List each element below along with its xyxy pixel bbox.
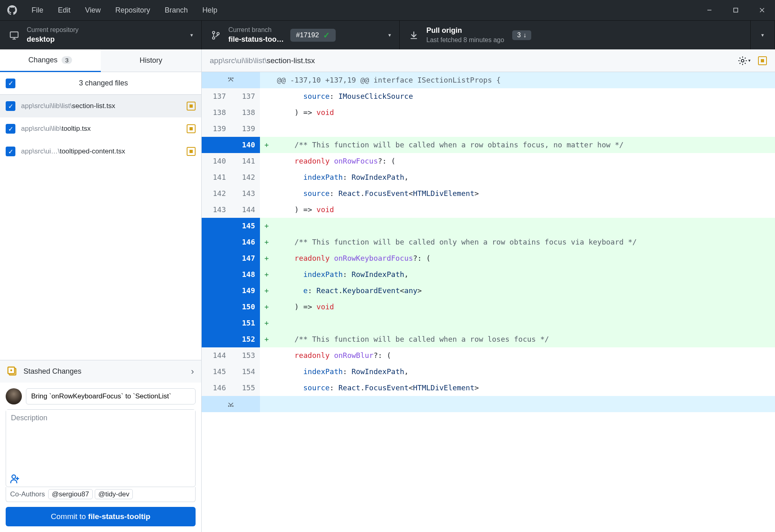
commit-description-input[interactable] xyxy=(6,410,195,470)
file-status-icon xyxy=(758,56,767,65)
menu-branch[interactable]: Branch xyxy=(158,0,195,20)
diff-line[interactable]: 146155 source: React.FocusEvent<HTMLDivE… xyxy=(202,380,775,396)
download-icon xyxy=(409,31,419,40)
coauthors-field[interactable]: Co-Authors @sergiou87 @tidy-dev xyxy=(6,487,196,502)
branch-selector[interactable]: Current branch file-status-too… #17192 ✓… xyxy=(202,21,400,49)
commit-summary-input[interactable] xyxy=(26,388,196,404)
file-row[interactable]: ✓app\src\ui\lib\list\section-list.tsx xyxy=(0,95,201,117)
pull-button[interactable]: Pull origin Last fetched 8 minutes ago 3… xyxy=(400,21,751,49)
pull-sub: Last fetched 8 minutes ago xyxy=(426,36,504,45)
svg-point-20 xyxy=(232,406,233,406)
diff-line[interactable]: 137137 source: IMouseClickSource xyxy=(202,88,775,104)
diff-settings-button[interactable]: ▾ xyxy=(738,56,751,66)
pull-label: Pull origin xyxy=(426,26,504,36)
expand-hunk-button[interactable] xyxy=(202,72,260,88)
pr-number: #17192 xyxy=(296,31,319,39)
diff-line[interactable]: 152+ /** This function will be called wh… xyxy=(202,331,775,347)
branch-name: file-status-too… xyxy=(228,34,284,45)
stash-icon xyxy=(7,366,18,377)
repository-selector[interactable]: Current repository desktop ▾ xyxy=(0,21,202,49)
git-branch-icon xyxy=(211,31,221,40)
file-row[interactable]: ✓app\src\ui\lib\tooltip.tsx xyxy=(0,117,201,140)
diff-line[interactable]: 145154 indexPath: RowIndexPath, xyxy=(202,364,775,380)
svg-rect-4 xyxy=(10,32,18,37)
diff-line[interactable]: 144153 readonly onRowBlur?: ( xyxy=(202,347,775,364)
changes-header: ✓ 3 changed files xyxy=(0,72,201,95)
close-button[interactable] xyxy=(749,0,775,20)
svg-point-15 xyxy=(228,78,229,79)
chevron-down-icon: ▾ xyxy=(190,32,193,38)
modified-icon xyxy=(187,102,196,111)
commit-button[interactable]: Commit to file-status-tooltip xyxy=(6,507,196,526)
menu-file[interactable]: File xyxy=(24,0,51,20)
diff-line[interactable]: 149+ e: React.KeyboardEvent<any> xyxy=(202,283,775,299)
file-checkbox[interactable]: ✓ xyxy=(6,101,15,111)
svg-point-19 xyxy=(230,406,231,406)
coauthor-chip[interactable]: @tidy-dev xyxy=(95,489,133,499)
chevron-down-icon: ▾ xyxy=(388,32,391,38)
tab-history[interactable]: History xyxy=(101,49,202,72)
diff-line[interactable]: 139139 xyxy=(202,121,775,137)
diff-line[interactable]: 142143 source: React.FocusEvent<HTMLDivE… xyxy=(202,185,775,202)
branch-label: Current branch xyxy=(228,26,284,34)
changes-count-badge: 3 xyxy=(62,56,72,64)
diff-line[interactable]: 143144 ) => void xyxy=(202,202,775,218)
coauthor-chip[interactable]: @sergiou87 xyxy=(48,489,93,499)
toolbar-more-button[interactable]: ▾ xyxy=(751,21,775,49)
diff-line[interactable]: 140+ /** This function will be called wh… xyxy=(202,137,775,153)
menu-help[interactable]: Help xyxy=(195,0,225,20)
diff-line[interactable]: 138138 ) => void xyxy=(202,104,775,121)
diff-line[interactable]: 147+ readonly onRowKeyboardFocus?: ( xyxy=(202,250,775,266)
avatar xyxy=(6,388,22,404)
repo-name: desktop xyxy=(27,34,79,45)
menu-repository[interactable]: Repository xyxy=(108,0,158,20)
ci-pass-icon: ✓ xyxy=(323,30,330,40)
diff-line[interactable]: 146+ /** This function will be called on… xyxy=(202,234,775,250)
expand-hunk-button[interactable] xyxy=(202,396,260,412)
diff-line[interactable]: 141142 indexPath: RowIndexPath, xyxy=(202,169,775,185)
svg-rect-1 xyxy=(734,8,738,12)
pull-count-badge: 3 ↓ xyxy=(512,30,531,40)
svg-point-12 xyxy=(10,369,12,371)
file-row[interactable]: ✓app\src\ui…\tooltipped-content.tsx xyxy=(0,140,201,163)
tab-changes[interactable]: Changes 3 xyxy=(0,49,101,72)
diff-file-header: app\src\ui\lib\list\section-list.tsx ▾ xyxy=(202,49,775,72)
svg-point-17 xyxy=(232,78,233,79)
app-logo xyxy=(0,5,24,15)
svg-point-13 xyxy=(12,475,16,479)
menu-view[interactable]: View xyxy=(78,0,108,20)
diff-line[interactable]: 151+ xyxy=(202,315,775,331)
chevron-down-icon: ▾ xyxy=(761,32,764,38)
diff-line[interactable]: 148+ indexPath: RowIndexPath, xyxy=(202,266,775,283)
desktop-icon xyxy=(9,31,19,40)
minimize-button[interactable] xyxy=(696,0,722,20)
diff-line[interactable]: 145+ xyxy=(202,218,775,234)
diff-line[interactable]: 140141 readonly onRowFocus?: ( xyxy=(202,153,775,169)
repo-label: Current repository xyxy=(27,26,79,34)
diff-line[interactable]: 150+ ) => void xyxy=(202,299,775,315)
file-list: ✓app\src\ui\lib\list\section-list.tsx✓ap… xyxy=(0,95,201,163)
file-checkbox[interactable]: ✓ xyxy=(6,124,15,134)
menu-bar: FileEditViewRepositoryBranchHelp xyxy=(24,0,225,20)
stashed-changes-row[interactable]: Stashed Changes › xyxy=(0,360,201,383)
svg-point-18 xyxy=(228,406,229,406)
select-all-checkbox[interactable]: ✓ xyxy=(6,79,15,88)
chevron-right-icon: › xyxy=(191,366,194,377)
modified-icon xyxy=(187,147,196,156)
maximize-button[interactable] xyxy=(722,0,749,20)
menu-edit[interactable]: Edit xyxy=(51,0,78,20)
svg-point-16 xyxy=(230,78,231,79)
add-coauthor-button[interactable] xyxy=(6,470,195,487)
file-checkbox[interactable]: ✓ xyxy=(6,147,15,156)
svg-point-14 xyxy=(741,59,744,62)
arrow-down-icon: ↓ xyxy=(523,32,526,39)
pr-badge[interactable]: #17192 ✓ xyxy=(290,29,336,42)
diff-view[interactable]: @@ -137,10 +137,19 @@ interface ISection… xyxy=(202,72,775,412)
modified-icon xyxy=(187,124,196,133)
